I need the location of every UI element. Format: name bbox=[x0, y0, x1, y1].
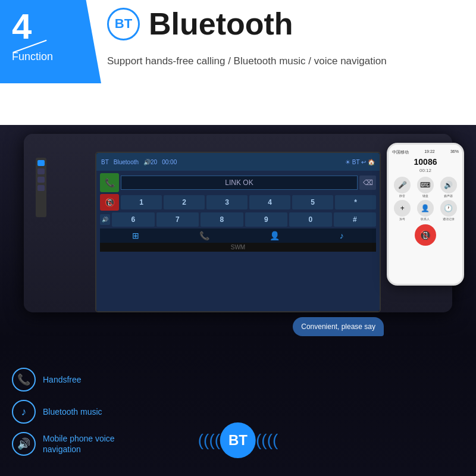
voice-nav-label: Mobile phone voice navigation bbox=[43, 433, 126, 455]
hangup-button[interactable]: 📵 bbox=[100, 194, 119, 211]
key-8[interactable]: 8 bbox=[201, 212, 243, 227]
mute-icon[interactable]: 🎤 bbox=[394, 177, 411, 193]
swm-label: SWM bbox=[100, 243, 376, 252]
chat-bubble-1: Convenient, please say bbox=[293, 317, 384, 336]
mute-item: 🎤 静音 bbox=[392, 177, 413, 198]
phone-call-icons: 🎤 静音 ⌨ 键盘 🔊 扬声器 + 加号 👤 联系人 🕐 通话记录 bbox=[392, 177, 459, 221]
key-0[interactable]: 0 bbox=[289, 212, 332, 227]
link-ok-field: LINK OK bbox=[121, 176, 358, 190]
screen-volume: 🔊20 bbox=[143, 159, 157, 165]
key-star[interactable]: * bbox=[335, 195, 376, 209]
phone-number-display: 10086 bbox=[392, 157, 459, 167]
screen-time: 00:00 bbox=[162, 159, 177, 165]
call-duration: 00:12 bbox=[392, 168, 459, 173]
phone-number: 10086 bbox=[392, 157, 459, 167]
keypad-icon[interactable]: ⌨ bbox=[417, 177, 434, 193]
speaker-label: 扬声器 bbox=[444, 194, 453, 198]
keypad-label: 键盘 bbox=[422, 194, 428, 198]
key-5[interactable]: 5 bbox=[292, 195, 333, 209]
phone-battery: 36% bbox=[450, 149, 459, 155]
key-3[interactable]: 3 bbox=[206, 195, 248, 209]
key-6[interactable]: 6 bbox=[112, 212, 155, 227]
bt-subtitle: Support hands-free calling / Bluetooth m… bbox=[107, 54, 464, 69]
bt-header: BT Bluetooth bbox=[107, 6, 464, 42]
function-number: 4 bbox=[12, 9, 32, 45]
voice-nav-icon: 🔊 bbox=[12, 432, 36, 456]
numpad-row-2: 🔊 6 7 8 9 0 # bbox=[100, 212, 376, 227]
feature-voice-nav: 🔊 Mobile phone voice navigation bbox=[12, 432, 126, 456]
bluetooth-music-label: Bluetooth music bbox=[43, 407, 102, 416]
key-2[interactable]: 2 bbox=[164, 195, 205, 209]
function-badge: 4 Function bbox=[0, 0, 101, 83]
add-call-label: 加号 bbox=[399, 217, 405, 221]
mute-label: 静音 bbox=[399, 194, 405, 198]
volume-control[interactable]: 🔊 bbox=[100, 214, 110, 225]
top-section: 4 Function BT Bluetooth Support hands-fr… bbox=[0, 0, 476, 125]
contacts-phone-icon[interactable]: 👤 bbox=[417, 200, 434, 217]
link-ok-row: 📞 LINK OK ⌫ bbox=[100, 173, 376, 192]
car-screen: BT Bluetooth 🔊20 00:00 ☀ BT ↩ 🏠 📞 LINK O… bbox=[95, 152, 381, 312]
phone-green-icon[interactable]: 📞 bbox=[100, 173, 119, 192]
bluetooth-music-icon: ♪ bbox=[12, 400, 36, 424]
speaker-item: 🔊 扬声器 bbox=[438, 177, 459, 198]
screen-bottom-bar: ⊞ 📞 👤 ♪ bbox=[100, 228, 376, 243]
phone-device: 中国移动 19:22 36% 10086 00:12 🎤 静音 ⌨ 键盘 🔊 扬… bbox=[387, 143, 464, 286]
phone-status-bar: 中国移动 19:22 36% bbox=[392, 149, 459, 155]
speaker-icon[interactable]: 🔊 bbox=[440, 177, 457, 193]
bt-bottom-label: BT bbox=[228, 432, 248, 449]
feature-bluetooth-music: ♪ Bluetooth music bbox=[12, 400, 126, 424]
contacts-icon[interactable]: 👤 bbox=[270, 231, 280, 240]
function-label: Function bbox=[12, 51, 53, 63]
feature-handsfree: 📞 Handsfree bbox=[12, 368, 126, 392]
key-1[interactable]: 1 bbox=[121, 195, 162, 209]
backspace-button[interactable]: ⌫ bbox=[359, 176, 376, 190]
keypad-item: ⌨ 键盘 bbox=[415, 177, 436, 198]
dial-section: 📞 LINK OK ⌫ 📵 1 2 3 4 5 * bbox=[96, 171, 380, 311]
handsfree-icon: 📞 bbox=[12, 368, 36, 392]
feature-list: 📞 Handsfree ♪ Bluetooth music 🔊 Mobile p… bbox=[12, 368, 126, 464]
bt-circle-icon: BT bbox=[107, 8, 140, 40]
phone-screen: 中国移动 19:22 36% 10086 00:12 🎤 静音 ⌨ 键盘 🔊 扬… bbox=[389, 145, 462, 284]
recents-icon[interactable]: 🕐 bbox=[440, 200, 457, 217]
contacts-item: 👤 联系人 bbox=[415, 200, 436, 221]
recents-item: 🕐 通话记录 bbox=[438, 200, 459, 221]
contacts-label: 联系人 bbox=[421, 217, 430, 221]
key-9[interactable]: 9 bbox=[245, 212, 288, 227]
bt-signal-bottom: )))) BT (((( bbox=[198, 422, 278, 458]
call-icon[interactable]: 📞 bbox=[199, 231, 209, 240]
screen-bt-name: Bluetooth bbox=[114, 159, 139, 165]
screen-status-bar: BT Bluetooth 🔊20 00:00 ☀ BT ↩ 🏠 bbox=[96, 153, 380, 171]
key-hash[interactable]: # bbox=[334, 212, 377, 227]
bt-circle-bottom: BT bbox=[220, 422, 256, 458]
phone-time-status: 19:22 bbox=[424, 149, 435, 155]
phone-carrier: 中国移动 bbox=[392, 149, 409, 155]
key-7[interactable]: 7 bbox=[156, 212, 199, 227]
bottom-section: 📞 Handsfree ♪ Bluetooth music 🔊 Mobile p… bbox=[0, 339, 476, 476]
bt-symbol: BT bbox=[115, 16, 132, 32]
bluetooth-title: Bluetooth bbox=[149, 6, 293, 42]
numpad-row-1: 📵 1 2 3 4 5 * bbox=[100, 194, 376, 211]
signal-wave-left: )))) bbox=[198, 431, 220, 450]
add-call-icon[interactable]: + bbox=[394, 200, 411, 217]
key-4[interactable]: 4 bbox=[249, 195, 290, 209]
handsfree-label: Handsfree bbox=[43, 375, 82, 384]
music-icon[interactable]: ♪ bbox=[340, 231, 344, 240]
menu-icon[interactable]: ⊞ bbox=[132, 231, 139, 240]
signal-wave-right: (((( bbox=[256, 431, 278, 450]
screen-content: BT Bluetooth 🔊20 00:00 ☀ BT ↩ 🏠 📞 LINK O… bbox=[96, 153, 380, 311]
screen-bt: BT bbox=[101, 159, 109, 165]
add-call-item: + 加号 bbox=[392, 200, 413, 221]
screen-icons: ☀ BT ↩ 🏠 bbox=[345, 159, 375, 165]
end-call-button[interactable]: 📵 bbox=[415, 224, 436, 246]
recents-label: 通话记录 bbox=[443, 217, 455, 221]
